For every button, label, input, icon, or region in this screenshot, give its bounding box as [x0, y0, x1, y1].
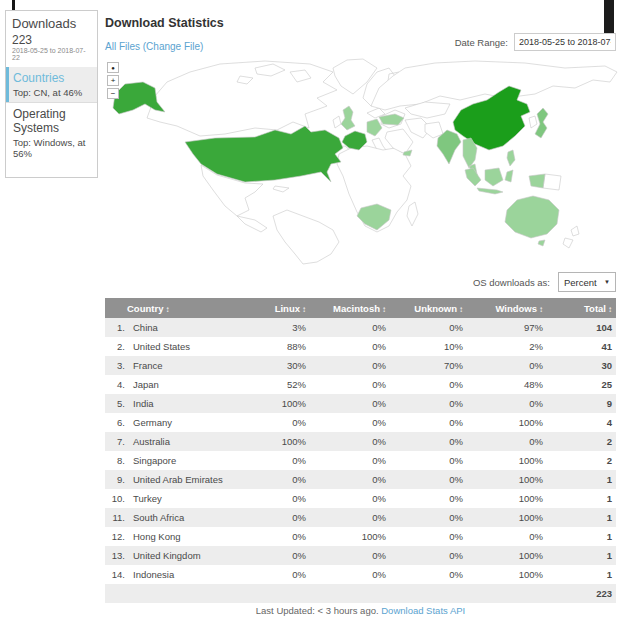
table-header-row: Country↕ Linux↕ Macintosh↕ Unknown↕ Wind… [105, 298, 616, 318]
row-country: China [127, 318, 223, 337]
column-header-linux[interactable]: Linux↕ [223, 298, 310, 318]
os-downloads-row: OS downloads as: Percent ▼ [105, 272, 616, 292]
cell-linux: 0% [223, 451, 310, 470]
cell-windows: 0% [467, 432, 547, 451]
cell-total: 1 [547, 508, 616, 527]
scrollbar-thumb[interactable] [604, 0, 614, 34]
sidebar-item-countries[interactable]: Countries Top: CN, at 46% [6, 67, 97, 102]
table-row: 5.India100%0%0%0%9 [105, 394, 616, 413]
cell-unknown: 0% [390, 565, 467, 584]
column-label: Country [127, 303, 163, 314]
cell-windows: 100% [467, 489, 547, 508]
cell-total: 30 [547, 356, 616, 375]
date-range-input[interactable] [514, 33, 616, 51]
country-stats-table: Country↕ Linux↕ Macintosh↕ Unknown↕ Wind… [105, 298, 616, 584]
download-stats-api-link[interactable]: Download Stats API [381, 605, 465, 616]
column-header-macintosh[interactable]: Macintosh↕ [310, 298, 390, 318]
map-outline-papua-new-guinea [543, 174, 561, 190]
row-rank: 12. [105, 527, 127, 546]
column-label: Total [584, 303, 606, 314]
cell-unknown: 70% [390, 356, 467, 375]
cell-linux: 0% [223, 413, 310, 432]
cell-windows: 0% [467, 356, 547, 375]
sort-icon: ↕ [459, 305, 463, 314]
os-downloads-label: OS downloads as: [473, 277, 550, 288]
cell-unknown: 0% [390, 451, 467, 470]
column-label: Windows [495, 303, 537, 314]
map-country-indonesia[interactable] [465, 168, 545, 194]
row-rank: 10. [105, 489, 127, 508]
column-header-total[interactable]: Total↕ [547, 298, 616, 318]
row-rank: 11. [105, 508, 127, 527]
cell-total: 104 [547, 318, 616, 337]
sort-icon: ↕ [539, 305, 543, 314]
cell-linux: 0% [223, 565, 310, 584]
map-outline-south-america [273, 210, 339, 264]
sidebar-item-label: Operating Systems [13, 107, 91, 135]
os-downloads-select[interactable]: Percent ▼ [558, 272, 616, 292]
sidebar-date-range: 2018-05-25 to 2018-07-22 [6, 47, 97, 67]
row-country: Japan [127, 375, 223, 394]
cell-windows: 100% [467, 565, 547, 584]
map-zoom-out-button[interactable]: − [107, 88, 119, 99]
column-header-unknown[interactable]: Unknown↕ [390, 298, 467, 318]
column-header-windows[interactable]: Windows↕ [467, 298, 547, 318]
cell-macintosh: 0% [310, 318, 390, 337]
world-map: ● + − [105, 58, 619, 266]
cell-linux: 88% [223, 337, 310, 356]
cell-macintosh: 0% [310, 451, 390, 470]
footer: Last Updated: < 3 hours ago. Download St… [105, 605, 616, 616]
cell-linux: 0% [223, 546, 310, 565]
cell-total: 1 [547, 489, 616, 508]
cell-unknown: 0% [390, 318, 467, 337]
sidebar-item-label: Countries [13, 71, 91, 85]
world-map-svg [105, 58, 619, 265]
row-country: India [127, 394, 223, 413]
cell-total: 4 [547, 413, 616, 432]
map-controls: ● + − [107, 62, 119, 99]
cell-windows: 48% [467, 375, 547, 394]
map-country-australia[interactable] [505, 196, 559, 246]
map-country-united-kingdom[interactable] [341, 106, 355, 130]
cell-unknown: 0% [390, 546, 467, 565]
cell-macintosh: 0% [310, 356, 390, 375]
cell-windows: 100% [467, 470, 547, 489]
stats-sidebar: Downloads 223 2018-05-25 to 2018-07-22 C… [5, 10, 98, 178]
map-zoom-in-button[interactable]: + [107, 75, 119, 86]
last-updated-text: Last Updated: < 3 hours ago. [256, 605, 379, 616]
table-row: 2.United States88%0%10%2%41 [105, 337, 616, 356]
cell-macintosh: 0% [310, 565, 390, 584]
map-outline-korea [529, 116, 537, 128]
table-row: 9.United Arab Emirates0%0%0%100%1 [105, 470, 616, 489]
table-row: 7.Australia100%0%0%0%2 [105, 432, 616, 451]
cell-total: 1 [547, 470, 616, 489]
sidebar-item-operating-systems[interactable]: Operating Systems Top: Windows, at 56% [6, 103, 97, 163]
cell-total: 1 [547, 565, 616, 584]
dot-icon: ● [111, 65, 115, 71]
date-range-row: Date Range: [105, 33, 616, 51]
table-row: 3.France30%0%70%0%30 [105, 356, 616, 375]
cell-windows: 100% [467, 451, 547, 470]
column-header-country[interactable]: Country↕ [105, 298, 223, 318]
map-country-germany[interactable] [367, 119, 382, 136]
os-downloads-selected-value: Percent [564, 277, 597, 288]
cell-unknown: 0% [390, 470, 467, 489]
row-country: United Arab Emirates [127, 470, 223, 489]
cell-unknown: 0% [390, 527, 467, 546]
cell-linux: 100% [223, 432, 310, 451]
cell-linux: 3% [223, 318, 310, 337]
cell-unknown: 0% [390, 489, 467, 508]
map-outline-philippines [507, 150, 515, 166]
map-reset-button[interactable]: ● [107, 62, 119, 73]
table-row: 4.Japan52%0%0%48%25 [105, 375, 616, 394]
row-rank: 13. [105, 546, 127, 565]
row-rank: 3. [105, 356, 127, 375]
cell-unknown: 0% [390, 394, 467, 413]
date-range-label: Date Range: [455, 37, 508, 48]
cell-linux: 30% [223, 356, 310, 375]
table-row: 11.South Africa0%0%0%100%1 [105, 508, 616, 527]
row-country: United Kingdom [127, 546, 223, 565]
row-rank: 9. [105, 470, 127, 489]
stats-table-body: 1.China3%0%0%97%1042.United States88%0%1… [105, 318, 616, 584]
cell-windows: 0% [467, 527, 547, 546]
